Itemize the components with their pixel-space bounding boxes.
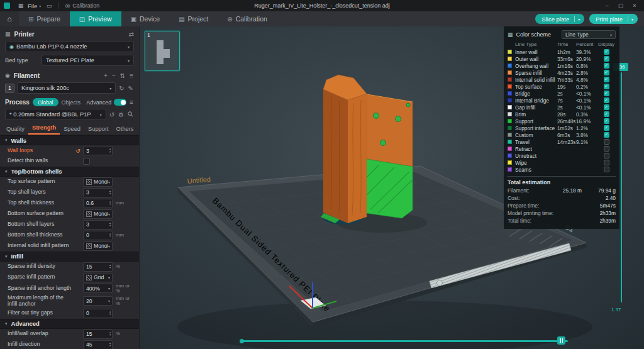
sync-filament-icon[interactable]: ⇅	[119, 72, 126, 79]
support-material[interactable]	[367, 159, 413, 218]
advanced-toggle[interactable]	[114, 99, 126, 106]
display-checkbox[interactable]: ✓	[604, 77, 609, 82]
section-header-advanced[interactable]: ▾Advanced	[0, 319, 139, 329]
display-checkbox[interactable]: ✓	[604, 104, 609, 110]
param-tab-quality[interactable]: Quality	[3, 124, 28, 135]
display-checkbox[interactable]: ✓	[604, 49, 609, 55]
internal-solid-infill-pattern-select[interactable]: Monotonic▾	[83, 241, 113, 251]
tab-project[interactable]: ▤Project	[169, 11, 218, 26]
wall-loops-input[interactable]: 3▴▾	[83, 146, 113, 155]
section-header-top-bottom-shells[interactable]: ▾Top/bottom shells	[0, 167, 139, 177]
minimize-button[interactable]: –	[600, 0, 614, 11]
bed-type-select[interactable]: Textured PEI Plate ▾	[42, 55, 134, 66]
maximize-button[interactable]: ▢	[614, 0, 628, 11]
titlebar-calibration-label[interactable]: Calibration	[72, 3, 99, 9]
move-slider[interactable]	[242, 336, 568, 345]
spinner-arrows[interactable]: ▴▾	[109, 190, 111, 196]
monitor-icon[interactable]: ▭	[44, 3, 54, 9]
display-checkbox[interactable]: ✓	[604, 97, 609, 103]
display-checkbox[interactable]: ✓	[604, 84, 609, 89]
filament-list-icon[interactable]: ≡	[129, 72, 134, 79]
reset-icon[interactable]: ↺	[75, 148, 81, 154]
display-checkbox[interactable]: ✓	[604, 111, 609, 117]
chevron-down-icon[interactable]: ▾	[578, 17, 584, 21]
display-checkbox[interactable]: ✓	[604, 132, 609, 138]
section-header-walls[interactable]: ▾Walls	[0, 135, 139, 145]
close-button[interactable]: ×	[628, 0, 641, 11]
model-back-plate[interactable]	[367, 94, 413, 167]
display-checkbox[interactable]: ✓	[604, 63, 609, 69]
param-tab-notes[interactable]: Notes	[138, 124, 140, 135]
param-tab-strength[interactable]: Strength	[28, 123, 60, 135]
add-filament-icon[interactable]: +	[103, 72, 108, 79]
section-header-infill[interactable]: ▾Infill	[0, 252, 139, 262]
plate-thumbnail[interactable]: 1	[145, 31, 180, 71]
display-checkbox[interactable]	[604, 153, 609, 158]
edit-filament-icon[interactable]: ✎	[128, 85, 134, 92]
tab-prepare[interactable]: ⊞Prepare	[19, 11, 70, 26]
display-checkbox[interactable]	[604, 167, 609, 172]
display-checkbox[interactable]: ✓	[604, 56, 609, 62]
bottom-surface-pattern-select[interactable]: Monotonic▾	[83, 209, 113, 219]
spinner-arrows[interactable]: ▴▾	[109, 233, 111, 238]
infill-direction-input[interactable]: 45▴▾	[83, 340, 113, 349]
display-checkbox[interactable]	[604, 160, 609, 165]
layer-slider-track[interactable]	[621, 72, 622, 302]
top-shell-thickness-input[interactable]: 0.6▴▾	[83, 199, 113, 208]
reset-preset-icon[interactable]: ↺	[109, 111, 115, 118]
process-settings-icon[interactable]: ≡	[129, 99, 134, 106]
search-icon[interactable]	[127, 111, 134, 118]
viewport-3d[interactable]: Untitled Bambu Dual Sided Textured PEI P…	[140, 26, 644, 349]
bottom-shell-thickness-input[interactable]: 0▴▾	[83, 231, 113, 240]
param-tab-support[interactable]: Support	[84, 124, 113, 135]
process-preset-select[interactable]: * 0.20mm Standard @BBL P1P ▾	[5, 109, 106, 120]
printed-model[interactable]	[321, 75, 413, 223]
print-plate-button[interactable]: Print plate ▾	[589, 14, 638, 24]
bottom-shell-layers-input[interactable]: 3▴▾	[83, 220, 113, 230]
filament-select[interactable]: Kingroon silk 200c ▾	[17, 82, 116, 94]
printer-connection-icon[interactable]: ⇄	[129, 31, 134, 38]
sparse-infill-pattern-select[interactable]: Grid▾	[83, 273, 113, 282]
maximum-length-of-the-infill-anchor-select[interactable]: 20▾	[83, 296, 113, 306]
spinner-arrows[interactable]: ▴▾	[109, 201, 111, 206]
tab-device[interactable]: ▣Device	[121, 11, 170, 26]
move-slider-track[interactable]	[242, 340, 568, 342]
spinner-arrows[interactable]: ▴▾	[109, 342, 111, 348]
process-objects-toggle[interactable]: Objects	[62, 99, 81, 106]
spinner-arrows[interactable]: ▴▾	[109, 331, 111, 337]
process-global-toggle[interactable]: Global	[33, 98, 58, 106]
display-checkbox[interactable]	[604, 139, 609, 145]
sparse-infill-anchor-length-select[interactable]: 400%▾	[83, 284, 113, 293]
param-tab-speed[interactable]: Speed	[60, 124, 84, 135]
filter-out-tiny-gaps-input[interactable]: 0▴▾	[83, 309, 113, 318]
display-checkbox[interactable]: ✓	[604, 91, 609, 96]
display-checkbox[interactable]: ✓	[604, 125, 609, 131]
slice-plate-button[interactable]: Slice plate ▾	[535, 14, 584, 24]
printer-select[interactable]: ◉ Bambu Lab P1P 0.4 nozzle ▾	[5, 41, 134, 52]
display-checkbox[interactable]: ✓	[604, 70, 609, 75]
param-tab-others[interactable]: Others	[113, 124, 138, 135]
save-preset-icon[interactable]: ⚙	[118, 111, 125, 118]
display-checkbox[interactable]: ✓	[604, 118, 609, 124]
home-button[interactable]: ⌂	[0, 11, 19, 26]
refresh-filament-icon[interactable]: ↻	[118, 85, 125, 92]
sparse-infill-density-input[interactable]: 15▴▾	[83, 262, 113, 272]
move-slider-handle[interactable]	[557, 336, 565, 345]
spinner-arrows[interactable]: ▴▾	[109, 222, 111, 228]
chevron-down-icon[interactable]: ▾	[631, 17, 638, 21]
color-scheme-select[interactable]: Line Type ▾	[562, 30, 616, 39]
tab-calibration[interactable]: ⊕Calibration	[218, 11, 277, 26]
display-checkbox[interactable]	[604, 146, 609, 152]
top-surface-pattern-select[interactable]: Monotonic line▾	[83, 177, 113, 187]
spinner-arrows[interactable]: ▴▾	[109, 264, 111, 270]
infill-wall-overlap-input[interactable]: 15▴▾	[83, 330, 113, 339]
model-front-face[interactable]	[323, 89, 348, 223]
remove-filament-icon[interactable]: −	[111, 72, 116, 79]
top-shell-layers-input[interactable]: 3▴▾	[83, 188, 113, 197]
file-menu[interactable]: ▦ File ▾	[13, 3, 44, 9]
model-side-face[interactable]	[348, 94, 367, 223]
plate-name-label[interactable]: Untitled	[187, 175, 211, 185]
tab-preview[interactable]: ◫Preview	[70, 11, 121, 26]
filament-slot-badge[interactable]: 1	[5, 84, 14, 93]
spinner-arrows[interactable]: ▴▾	[109, 148, 111, 153]
